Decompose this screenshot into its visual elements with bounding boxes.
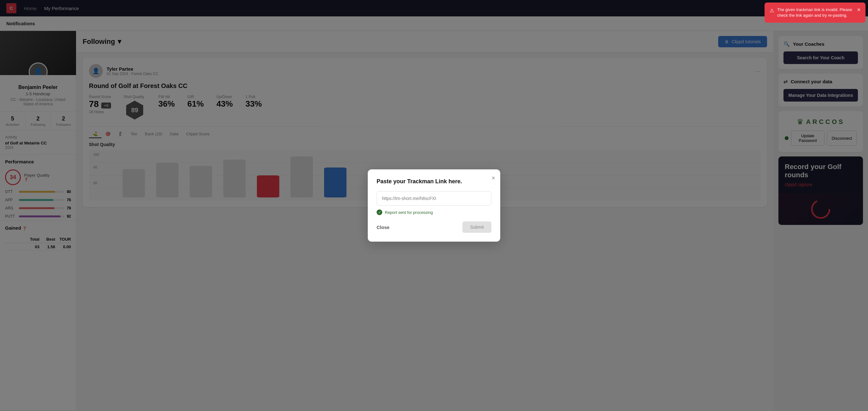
success-check-icon: ✓ bbox=[377, 210, 382, 215]
modal-overlay[interactable]: Paste your Trackman Link here. × ✓ Repor… bbox=[0, 0, 868, 410]
trackman-link-input[interactable] bbox=[377, 191, 491, 205]
modal-close-btn[interactable]: Close bbox=[377, 225, 390, 230]
modal-title: Paste your Trackman Link here. bbox=[377, 178, 491, 185]
modal-submit-btn[interactable]: Submit bbox=[462, 221, 491, 233]
error-toast-message: The given trackman link is invalid. Plea… bbox=[777, 7, 854, 18]
error-toast: ⚠ The given trackman link is invalid. Pl… bbox=[765, 2, 866, 23]
modal-success-msg: ✓ Report sent for processing bbox=[377, 210, 491, 215]
error-toast-close[interactable]: × bbox=[857, 7, 861, 12]
trackman-modal: Paste your Trackman Link here. × ✓ Repor… bbox=[368, 169, 500, 242]
modal-actions: Close Submit bbox=[377, 221, 491, 233]
modal-close-x-btn[interactable]: × bbox=[491, 175, 495, 182]
warning-icon: ⚠ bbox=[770, 7, 774, 14]
